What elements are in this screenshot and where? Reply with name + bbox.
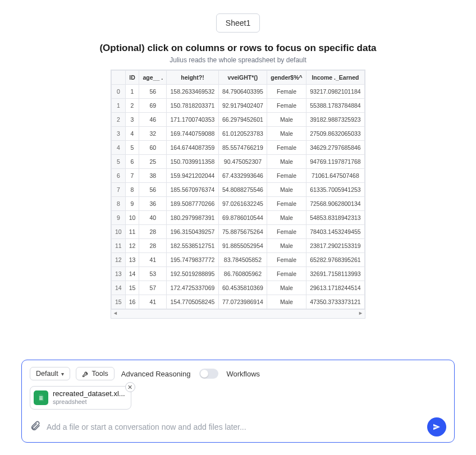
column-header-age[interactable]: age__ . <box>139 71 167 85</box>
row-index-cell[interactable]: 7 <box>112 183 126 197</box>
age-cell[interactable]: 56 <box>139 183 167 197</box>
column-header-id[interactable]: ID <box>125 71 139 85</box>
income-cell[interactable]: 47350.3733373121 <box>306 295 364 309</box>
table-row[interactable]: 8936189.508777026697.0261632245Female725… <box>112 197 365 211</box>
income-cell[interactable]: 34629.2797685846 <box>306 141 364 155</box>
gender-cell[interactable]: Male <box>267 127 306 141</box>
age-cell[interactable]: 28 <box>139 239 167 253</box>
age-cell[interactable]: 36 <box>139 197 167 211</box>
row-index-cell[interactable]: 2 <box>112 113 126 127</box>
gender-cell[interactable]: Female <box>267 197 306 211</box>
age-cell[interactable]: 69 <box>139 99 167 113</box>
gender-cell[interactable]: Female <box>267 85 306 99</box>
income-cell[interactable]: 54853.8318942313 <box>306 211 364 225</box>
weight-cell[interactable]: 92.9179402407 <box>218 99 267 113</box>
income-cell[interactable]: 39182.9887325923 <box>306 113 364 127</box>
table-row[interactable]: 4560164.674408735985.5574766219Female346… <box>112 141 365 155</box>
id-cell[interactable]: 3 <box>125 113 139 127</box>
income-cell[interactable]: 55388.1783784884 <box>306 99 364 113</box>
income-cell[interactable]: 61335.7005941253 <box>306 183 364 197</box>
gender-cell[interactable]: Female <box>267 169 306 183</box>
income-cell[interactable]: 23817.2902153319 <box>306 239 364 253</box>
height-cell[interactable]: 171.1700740353 <box>167 113 218 127</box>
table-row[interactable]: 141557172.472533706960.4535810369Male296… <box>112 281 365 295</box>
weight-cell[interactable]: 97.0261632245 <box>218 197 267 211</box>
row-index-cell[interactable]: 0 <box>112 85 126 99</box>
row-index-cell[interactable]: 9 <box>112 211 126 225</box>
height-cell[interactable]: 169.7440759088 <box>167 127 218 141</box>
tools-button[interactable]: Tools <box>76 367 115 380</box>
weight-cell[interactable]: 69.8786010544 <box>218 211 267 225</box>
id-cell[interactable]: 6 <box>125 155 139 169</box>
id-cell[interactable]: 15 <box>125 281 139 295</box>
column-header-income[interactable]: Income ._Earned <box>306 71 364 85</box>
id-cell[interactable]: 5 <box>125 141 139 155</box>
weight-cell[interactable]: 91.8855052954 <box>218 239 267 253</box>
gender-cell[interactable]: Female <box>267 267 306 281</box>
table-row[interactable]: 91040180.297998739169.8786010544Male5485… <box>112 211 365 225</box>
income-cell[interactable]: 27509.8632065033 <box>306 127 364 141</box>
row-index-cell[interactable]: 10 <box>112 225 126 239</box>
income-cell[interactable]: 94769.1197871768 <box>306 155 364 169</box>
gender-cell[interactable]: Female <box>267 253 306 267</box>
age-cell[interactable]: 60 <box>139 141 167 155</box>
income-cell[interactable]: 32691.7158113993 <box>306 267 364 281</box>
height-cell[interactable]: 189.5087770266 <box>167 197 218 211</box>
remove-file-button[interactable]: ✕ <box>125 382 135 392</box>
row-index-cell[interactable]: 4 <box>112 141 126 155</box>
sheet-tab[interactable]: Sheet1 <box>216 13 260 33</box>
gender-cell[interactable]: Male <box>267 113 306 127</box>
table-scroll-area[interactable]: ID age__ . height?! vveiGHT*() gender$%^… <box>111 70 365 309</box>
row-index-cell[interactable]: 15 <box>112 295 126 309</box>
id-cell[interactable]: 12 <box>125 239 139 253</box>
age-cell[interactable]: 32 <box>139 127 167 141</box>
weight-cell[interactable]: 75.8875675264 <box>218 225 267 239</box>
height-cell[interactable]: 159.9421202044 <box>167 169 218 183</box>
income-cell[interactable]: 29613.1718244514 <box>306 281 364 295</box>
height-cell[interactable]: 150.7039911358 <box>167 155 218 169</box>
gender-cell[interactable]: Male <box>267 211 306 225</box>
height-cell[interactable]: 180.2979987391 <box>167 211 218 225</box>
table-row[interactable]: 0156158.263346953284.7906403395Female932… <box>112 85 365 99</box>
horizontal-scrollbar[interactable] <box>111 309 365 318</box>
age-cell[interactable]: 57 <box>139 281 167 295</box>
row-index-cell[interactable]: 5 <box>112 155 126 169</box>
row-index-cell[interactable]: 8 <box>112 197 126 211</box>
height-cell[interactable]: 164.6744087359 <box>167 141 218 155</box>
row-index-cell[interactable]: 12 <box>112 253 126 267</box>
height-cell[interactable]: 185.5670976374 <box>167 183 218 197</box>
weight-cell[interactable]: 60.4535810369 <box>218 281 267 295</box>
gender-cell[interactable]: Male <box>267 183 306 197</box>
gender-cell[interactable]: Male <box>267 295 306 309</box>
weight-cell[interactable]: 77.0723986914 <box>218 295 267 309</box>
send-button[interactable] <box>427 417 446 436</box>
column-header-weight[interactable]: vveiGHT*() <box>218 71 267 85</box>
table-row[interactable]: 121341195.747983777283.784505852Female65… <box>112 253 365 267</box>
age-cell[interactable]: 40 <box>139 211 167 225</box>
income-cell[interactable]: 71061.647507468 <box>306 169 364 183</box>
weight-cell[interactable]: 83.784505852 <box>218 253 267 267</box>
table-row[interactable]: 2346171.170074035366.2979452601Male39182… <box>112 113 365 127</box>
id-cell[interactable]: 1 <box>125 85 139 99</box>
table-row[interactable]: 101128196.315043925775.8875675264Female7… <box>112 225 365 239</box>
id-cell[interactable]: 14 <box>125 267 139 281</box>
weight-cell[interactable]: 54.8088275546 <box>218 183 267 197</box>
row-index-cell[interactable]: 1 <box>112 99 126 113</box>
age-cell[interactable]: 38 <box>139 169 167 183</box>
height-cell[interactable]: 172.4725337069 <box>167 281 218 295</box>
income-cell[interactable]: 72568.9062800134 <box>306 197 364 211</box>
id-cell[interactable]: 4 <box>125 127 139 141</box>
height-cell[interactable]: 195.7479837772 <box>167 253 218 267</box>
attach-file-button[interactable] <box>30 420 41 434</box>
height-cell[interactable]: 158.2633469532 <box>167 85 218 99</box>
id-cell[interactable]: 9 <box>125 197 139 211</box>
table-row[interactable]: 131453192.501928889586.760805962Female32… <box>112 267 365 281</box>
income-cell[interactable]: 93217.0982101184 <box>306 85 364 99</box>
age-cell[interactable]: 56 <box>139 85 167 99</box>
gender-cell[interactable]: Male <box>267 281 306 295</box>
id-cell[interactable]: 11 <box>125 225 139 239</box>
height-cell[interactable]: 182.5538512751 <box>167 239 218 253</box>
row-index-cell[interactable]: 6 <box>112 169 126 183</box>
weight-cell[interactable]: 85.5574766219 <box>218 141 267 155</box>
column-header-height[interactable]: height?! <box>167 71 218 85</box>
